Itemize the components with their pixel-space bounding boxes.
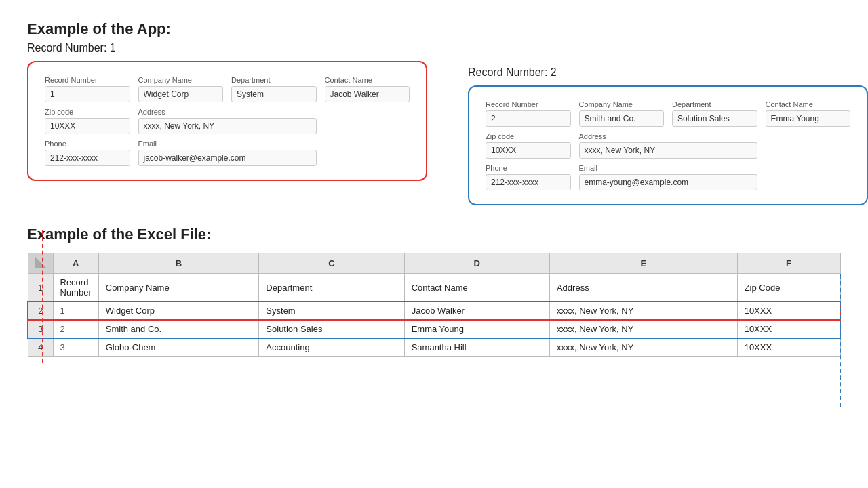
row3-record: 3 (53, 338, 98, 357)
excel-row-3: 4 3 Globo-Chem Accounting Samantha Hill … (28, 338, 840, 357)
header-row: 1 Record Number Company Name Department … (28, 274, 840, 302)
address-value: xxxx, New York, NY (138, 118, 317, 134)
row1-company: Widget Corp (98, 302, 259, 320)
department-label: Department (231, 76, 317, 84)
excel-row-2: 3 2 Smith and Co. Solution Sales Emma Yo… (28, 320, 840, 338)
record-number-value2: 2 (486, 110, 571, 127)
phone-label: Phone (45, 140, 130, 148)
field-zipcode2: Zip code 10XXX (481, 129, 575, 161)
app-card-record2: Record Number 2 Company Name Smith and C… (468, 85, 868, 205)
field-address2: Address xxxx, New York, NY (575, 129, 762, 161)
col-header-c: C (259, 253, 404, 274)
connector-blue-vertical (840, 274, 841, 407)
field-email2: Email emma-young@example.com (575, 161, 762, 193)
row3-address: xxxx, New York, NY (549, 338, 737, 357)
zipcode-label: Zip code (45, 108, 130, 116)
excel-title: Example of the Excel File: (27, 226, 841, 243)
app-card-record1: Record Number 1 Company Name Widget Corp… (27, 61, 427, 181)
row3-company: Globo-Chem (98, 338, 259, 357)
row3-zip: 10XXX (737, 338, 840, 357)
field-contact-name: Contact Name Jacob Walker (321, 73, 414, 105)
row1-address: xxxx, New York, NY (549, 302, 737, 320)
header-cell-company: Company Name (98, 274, 259, 302)
record1-label: Record Number: 1 (27, 42, 427, 54)
field-company-name: Company Name Widget Corp (134, 73, 228, 105)
row-num-1: 1 (28, 274, 53, 302)
col-header-e: E (549, 253, 737, 274)
connector-red-vertical (42, 230, 43, 363)
field-contact-name2: Contact Name Emma Young (762, 98, 855, 129)
header-cell-zip: Zip Code (737, 274, 840, 302)
field-record-number: Record Number 1 (41, 73, 134, 105)
field-department: Department System (227, 73, 321, 105)
row1-contact: Jacob Walker (404, 302, 549, 320)
row2-record: 2 (53, 320, 98, 338)
header-cell-contact: Contact Name (404, 274, 549, 302)
col-header-b: B (98, 253, 259, 274)
field-phone2: Phone 212-xxx-xxxx (481, 161, 575, 193)
zipcode-value: 10XXX (45, 118, 130, 134)
record-number-value: 1 (45, 86, 130, 102)
excel-row-1: 2 1 Widget Corp System Jacob Walker xxxx… (28, 302, 840, 320)
row1-zip: 10XXX (737, 302, 840, 320)
row3-department: Accounting (259, 338, 404, 357)
row1-record: 1 (53, 302, 98, 320)
main-title: Example of the App: (27, 20, 841, 38)
department-value: System (231, 86, 317, 102)
field-phone: Phone 212-xxx-xxxx (41, 137, 134, 169)
field-department2: Department Solution Sales (668, 98, 762, 129)
company-name-value: Widget Corp (138, 86, 224, 102)
header-cell-address: Address (549, 274, 737, 302)
company-name-value2: Smith and Co. (579, 110, 665, 127)
record-number-label: Record Number (45, 76, 130, 84)
row1-department: System (259, 302, 404, 320)
field-record-number2: Record Number 2 (481, 98, 575, 129)
department-value2: Solution Sales (672, 110, 757, 127)
email-value: jacob-walker@example.com (138, 150, 317, 166)
row-num-4: 4 (28, 338, 53, 357)
contact-name-value2: Emma Young (766, 110, 851, 127)
row-num-3: 3 (28, 320, 53, 338)
zipcode-value2: 10XXX (486, 142, 571, 159)
field-zipcode: Zip code 10XXX (41, 105, 134, 137)
col-header-d: D (404, 253, 549, 274)
address-value2: xxxx, New York, NY (579, 142, 757, 159)
svg-marker-0 (35, 257, 46, 268)
field-address: Address xxxx, New York, NY (134, 105, 321, 137)
email-value2: emma-young@example.com (579, 174, 757, 190)
row3-contact: Samantha Hill (404, 338, 549, 357)
record2-label: Record Number: 2 (468, 66, 868, 79)
company-name-label: Company Name (138, 76, 224, 84)
row-num-2: 2 (28, 302, 53, 320)
header-cell-record: Record Number (53, 274, 98, 302)
header-cell-department: Department (259, 274, 404, 302)
email-label: Email (138, 140, 317, 148)
address-label: Address (138, 108, 317, 116)
excel-table: A B C D E F 1 Record Number Company Name… (27, 253, 841, 357)
row2-zip: 10XXX (737, 320, 840, 338)
corner-cell (28, 253, 53, 274)
row2-department: Solution Sales (259, 320, 404, 338)
field-company-name2: Company Name Smith and Co. (575, 98, 669, 129)
row2-address: xxxx, New York, NY (549, 320, 737, 338)
field-email: Email jacob-walker@example.com (134, 137, 321, 169)
row2-company: Smith and Co. (98, 320, 259, 338)
col-header-a: A (53, 253, 98, 274)
contact-name-value: Jacob Walker (325, 86, 410, 102)
col-header-f: F (737, 253, 840, 274)
row2-contact: Emma Young (404, 320, 549, 338)
contact-name-label: Contact Name (325, 76, 410, 84)
phone-value2: 212-xxx-xxxx (486, 174, 571, 190)
phone-value: 212-xxx-xxxx (45, 150, 130, 166)
